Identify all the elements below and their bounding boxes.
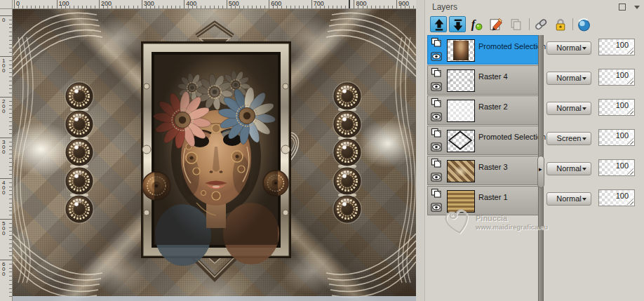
layer-name: Raster 4: [478, 72, 508, 81]
layer-name: Promoted Selection: [478, 133, 546, 141]
canvas[interactable]: [13, 9, 416, 301]
layer-type-icon: [431, 188, 442, 201]
horizontal-ruler: 0100200300400500600700800900: [13, 0, 416, 9]
layer-row-list-item[interactable]: Promoted Selection: [427, 35, 540, 65]
layer-row-list-item[interactable]: Raster 4: [427, 65, 540, 95]
blend-mode-dropdown[interactable]: Normal: [546, 162, 591, 175]
dropdown-arrow-icon: [582, 47, 586, 50]
blend-mode-dropdown[interactable]: Normal: [546, 41, 591, 55]
toolbar-separator: [572, 18, 573, 30]
resize-grip-icon: [627, 48, 633, 54]
visibility-eye-icon[interactable]: [431, 81, 442, 94]
duplicate-layer-button-disabled: [507, 16, 524, 32]
vertical-ruler: 01 0 02 0 03 0 04 0 05 0 06 0 0: [0, 9, 13, 301]
resize-grip-icon: [627, 78, 633, 84]
layers-toolbar: f: [425, 15, 644, 34]
blend-mode-dropdown[interactable]: Normal: [546, 102, 591, 115]
layer-row-list-item[interactable]: Raster 3: [427, 156, 540, 185]
layers-panel: Layers f: [424, 0, 644, 301]
toolbar-separator: [529, 18, 530, 30]
blend-mode-value: Normal: [556, 44, 581, 52]
restore-icon[interactable]: [619, 4, 626, 11]
layer-type-icon: [431, 98, 442, 111]
panel-title: Layers: [432, 2, 457, 12]
blend-mode-dropdown[interactable]: Normal: [546, 72, 591, 85]
layer-row-list-item[interactable]: Promoted Selection: [427, 126, 540, 155]
opacity-field[interactable]: 100: [598, 129, 635, 146]
visibility-eye-icon[interactable]: [431, 112, 442, 124]
resize-grip-icon: [627, 138, 633, 145]
layer-row: Promoted Selection Screen 100: [425, 126, 644, 156]
layer-sphere-button[interactable]: [575, 16, 592, 32]
layer-name: Raster 3: [478, 163, 508, 171]
resize-grip-icon: [627, 168, 633, 175]
lock-transparency-button[interactable]: [552, 16, 569, 32]
blend-mode-value: Normal: [556, 74, 581, 82]
layer-name: Promoted Selection: [478, 42, 546, 51]
opacity-field[interactable]: 100: [598, 99, 635, 116]
visibility-eye-icon[interactable]: [431, 172, 442, 185]
application-window: 0100200300400500600700800900 01 0 02 0 0…: [0, 0, 644, 301]
opacity-field[interactable]: 100: [598, 189, 635, 206]
blend-mode-value: Normal: [556, 164, 581, 173]
svg-text:f: f: [471, 18, 476, 31]
layer-thumbnail-content: [448, 161, 474, 182]
move-layer-up-button[interactable]: [430, 16, 447, 32]
layer-thumbnail[interactable]: [447, 130, 475, 152]
visibility-eye-icon[interactable]: [431, 51, 442, 64]
watermark: Pinuccia www.maidiregrafica.eu: [441, 205, 567, 243]
layer-type-icon: [431, 67, 442, 81]
dropdown-arrow-icon: [582, 107, 586, 110]
dropdown-arrow-icon: [582, 198, 586, 201]
layer-thumbnail-content: [453, 41, 469, 60]
blend-mode-dropdown[interactable]: Screen: [546, 132, 591, 145]
layer-thumbnail-content: [448, 70, 474, 91]
dropdown-arrow-icon: [582, 168, 586, 170]
resize-grip-icon: [627, 199, 633, 205]
menu-arrow-icon[interactable]: [634, 6, 640, 9]
layer-thumbnail[interactable]: [447, 160, 475, 182]
watermark-url: www.maidiregrafica.eu: [476, 223, 548, 231]
blend-mode-value: Screen: [557, 134, 582, 142]
opacity-field[interactable]: 100: [598, 69, 635, 86]
blend-mode-dropdown[interactable]: Normal: [546, 192, 591, 206]
layer-row-list-item[interactable]: Raster 2: [427, 95, 540, 125]
blend-mode-value: Normal: [556, 104, 581, 112]
visibility-eye-icon[interactable]: [431, 142, 442, 154]
layer-type-icon: [431, 37, 442, 51]
link-layers-button[interactable]: [532, 16, 549, 32]
layer-thumbnail[interactable]: [447, 100, 475, 122]
layer-row: Raster 3 Normal 100: [425, 156, 644, 186]
layer-name: Raster 1: [478, 193, 508, 201]
layer-thumbnail-content: [448, 100, 474, 121]
layer-row: Promoted Selection Normal 100: [425, 35, 644, 65]
layer-row: Raster 4 Normal 100: [425, 65, 644, 95]
heart-logo-icon: [441, 205, 474, 239]
opacity-field[interactable]: 100: [598, 159, 635, 176]
splitter-arrow-icon[interactable]: ▸: [539, 166, 542, 173]
layer-name: Raster 2: [478, 102, 508, 111]
blend-mode-value: Normal: [556, 194, 581, 203]
edit-layer-button[interactable]: [488, 16, 504, 32]
layer-list: Promoted Selection Normal 100 Raster 4 N…: [425, 35, 644, 301]
layer-row: Raster 2 Normal 100: [425, 95, 644, 126]
opacity-field[interactable]: 100: [598, 39, 635, 55]
watermark-name: Pinuccia: [476, 214, 507, 222]
layer-type-icon: [431, 128, 442, 141]
ruler-corner: [0, 0, 13, 9]
layer-thumbnail[interactable]: [447, 39, 475, 62]
dropdown-arrow-icon: [582, 77, 586, 80]
layer-type-icon: [431, 158, 442, 171]
layer-thumbnail-content: [448, 131, 474, 152]
layer-thumbnail[interactable]: [447, 69, 475, 92]
layer-effects-button[interactable]: f: [468, 16, 485, 32]
dropdown-arrow-icon: [582, 138, 586, 140]
move-layer-down-button[interactable]: [449, 16, 466, 32]
artwork-overlay: [13, 9, 416, 301]
resize-grip-icon: [627, 108, 633, 114]
